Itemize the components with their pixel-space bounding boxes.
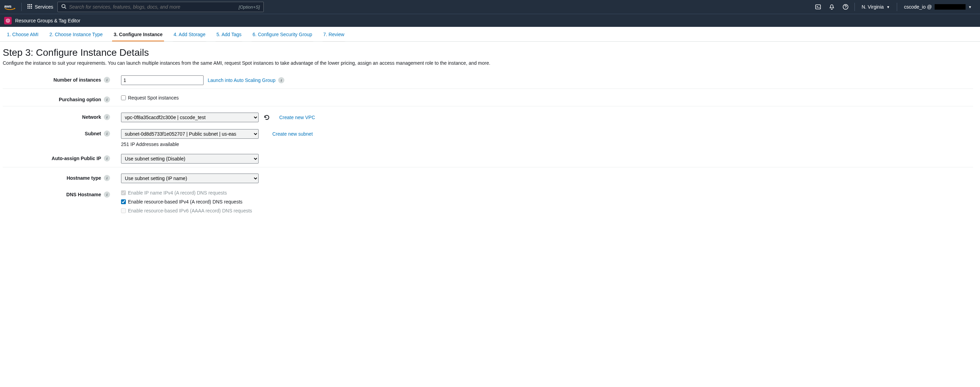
- caret-down-icon: ▼: [886, 5, 890, 9]
- global-search[interactable]: [Option+S]: [57, 2, 264, 12]
- dns-ipname-ipv4-checkbox: [121, 190, 126, 195]
- dns-resource-ipv6-checkbox: [121, 208, 126, 213]
- create-subnet-link[interactable]: Create new subnet: [272, 131, 313, 137]
- search-input[interactable]: [69, 4, 236, 10]
- create-vpc-link[interactable]: Create new VPC: [279, 115, 315, 120]
- svg-rect-2: [29, 4, 30, 5]
- network-select[interactable]: vpc-0f8a35cacdf2c300e | cscode_test: [121, 113, 259, 122]
- svg-rect-8: [29, 8, 30, 9]
- cloudshell-icon[interactable]: [812, 0, 824, 14]
- wizard-tab-add-storage[interactable]: 4. Add Storage: [172, 30, 207, 41]
- svg-rect-1: [27, 4, 29, 5]
- svg-point-14: [7, 20, 9, 21]
- global-navbar: aws Services [Option+S] N. Virginia▼ csc…: [0, 0, 980, 14]
- label-network: Network: [82, 114, 101, 120]
- wizard-tab-review[interactable]: 7. Review: [322, 30, 345, 41]
- label-purchasing-option: Purchasing option: [59, 97, 101, 102]
- dns-option-label: Enable resource-based IPv6 (AAAA record)…: [128, 208, 252, 213]
- wizard-tab-security-group[interactable]: 6. Configure Security Group: [251, 30, 313, 41]
- wizard-tabs: 1. Choose AMI 2. Choose Instance Type 3.…: [0, 27, 980, 42]
- services-label: Services: [35, 4, 53, 10]
- row-purchasing-option: Purchasing option i Request Spot instanc…: [3, 88, 973, 106]
- info-icon[interactable]: i: [104, 155, 110, 162]
- info-icon[interactable]: i: [104, 192, 110, 198]
- row-network: Network i vpc-0f8a35cacdf2c300e | cscode…: [3, 106, 973, 126]
- divider: [21, 3, 22, 11]
- info-icon[interactable]: i: [104, 77, 110, 83]
- label-hostname-type: Hostname type: [67, 175, 101, 181]
- page-content: Step 3: Configure Instance Details Confi…: [0, 42, 980, 387]
- row-dns-hostname: DNS Hostname i Enable IP name IPv4 (A re…: [3, 187, 973, 217]
- row-number-of-instances: Number of instances i Launch into Auto S…: [3, 72, 973, 88]
- page-title: Step 3: Configure Instance Details: [3, 47, 973, 58]
- svg-rect-6: [31, 6, 32, 7]
- dns-option-label: Enable IP name IPv4 (A record) DNS reque…: [128, 190, 227, 195]
- dns-resource-ipv4-wrap[interactable]: Enable resource-based IPv4 (A record) DN…: [121, 199, 242, 205]
- info-icon[interactable]: i: [278, 77, 284, 83]
- svg-point-15: [6, 19, 10, 22]
- help-icon[interactable]: [839, 0, 852, 14]
- info-icon[interactable]: i: [104, 131, 110, 137]
- svg-rect-4: [27, 6, 29, 7]
- launch-asg-link[interactable]: Launch into Auto Scaling Group: [208, 77, 275, 83]
- spot-instances-checkbox[interactable]: [121, 95, 126, 100]
- label-subnet: Subnet: [85, 131, 101, 136]
- region-label: N. Virginia: [862, 4, 884, 10]
- wizard-tab-choose-ami[interactable]: 1. Choose AMI: [5, 30, 40, 41]
- resource-groups-icon[interactable]: [4, 17, 12, 24]
- account-id-redacted: [935, 4, 966, 10]
- divider: [897, 3, 897, 11]
- wizard-tab-choose-instance-type[interactable]: 2. Choose Instance Type: [48, 30, 104, 41]
- subnet-available-ips: 251 IP Addresses available: [121, 142, 313, 147]
- svg-rect-3: [31, 4, 32, 5]
- spot-instances-label: Request Spot instances: [128, 95, 179, 101]
- info-icon[interactable]: i: [104, 96, 110, 102]
- svg-rect-5: [29, 6, 30, 7]
- search-icon: [61, 4, 66, 10]
- search-shortcut: [Option+S]: [239, 5, 260, 10]
- account-menu[interactable]: cscode_io @ ▼: [900, 0, 976, 14]
- notifications-icon[interactable]: [826, 0, 838, 14]
- aws-logo[interactable]: aws: [4, 3, 16, 10]
- label-number-of-instances: Number of instances: [54, 77, 101, 83]
- refresh-icon[interactable]: [263, 113, 271, 122]
- svg-rect-7: [27, 8, 29, 9]
- label-dns-hostname: DNS Hostname: [66, 192, 101, 197]
- divider: [854, 3, 855, 11]
- region-selector[interactable]: N. Virginia▼: [858, 0, 894, 14]
- service-label[interactable]: Resource Groups & Tag Editor: [15, 18, 81, 23]
- info-icon[interactable]: i: [104, 114, 110, 120]
- number-of-instances-input[interactable]: [121, 75, 204, 85]
- dns-ipname-ipv4-wrap: Enable IP name IPv4 (A record) DNS reque…: [121, 190, 227, 195]
- dns-resource-ipv4-checkbox[interactable]: [121, 199, 126, 204]
- svg-text:aws: aws: [4, 4, 11, 8]
- hostname-type-select[interactable]: Use subnet setting (IP name): [121, 174, 259, 183]
- auto-assign-ip-select[interactable]: Use subnet setting (Disable): [121, 154, 259, 163]
- subnet-select[interactable]: subnet-0d8d5733f1e052707 | Public subnet…: [121, 129, 259, 139]
- service-subnav: Resource Groups & Tag Editor: [0, 14, 980, 27]
- svg-rect-9: [31, 8, 32, 9]
- row-auto-assign-ip: Auto-assign Public IP i Use subnet setti…: [3, 150, 973, 167]
- dns-option-label: Enable resource-based IPv4 (A record) DN…: [128, 199, 242, 205]
- info-icon[interactable]: i: [104, 175, 110, 181]
- row-subnet: Subnet i subnet-0d8d5733f1e052707 | Publ…: [3, 126, 973, 150]
- row-hostname-type: Hostname type i Use subnet setting (IP n…: [3, 167, 973, 187]
- config-form: Number of instances i Launch into Auto S…: [3, 72, 973, 217]
- page-description: Configure the instance to suit your requ…: [3, 60, 553, 66]
- label-auto-assign-ip: Auto-assign Public IP: [52, 156, 101, 161]
- spot-instances-checkbox-wrap[interactable]: Request Spot instances: [121, 95, 179, 101]
- services-menu[interactable]: Services: [27, 4, 53, 10]
- account-label: cscode_io @: [904, 4, 932, 10]
- caret-down-icon: ▼: [968, 5, 972, 9]
- dns-resource-ipv6-wrap: Enable resource-based IPv6 (AAAA record)…: [121, 208, 252, 213]
- svg-line-11: [65, 7, 66, 9]
- svg-point-10: [62, 5, 65, 8]
- navbar-right: N. Virginia▼ cscode_io @ ▼: [812, 0, 976, 14]
- wizard-tab-add-tags[interactable]: 5. Add Tags: [215, 30, 243, 41]
- wizard-tab-configure-instance[interactable]: 3. Configure Instance: [112, 30, 164, 41]
- grid-icon: [27, 4, 33, 10]
